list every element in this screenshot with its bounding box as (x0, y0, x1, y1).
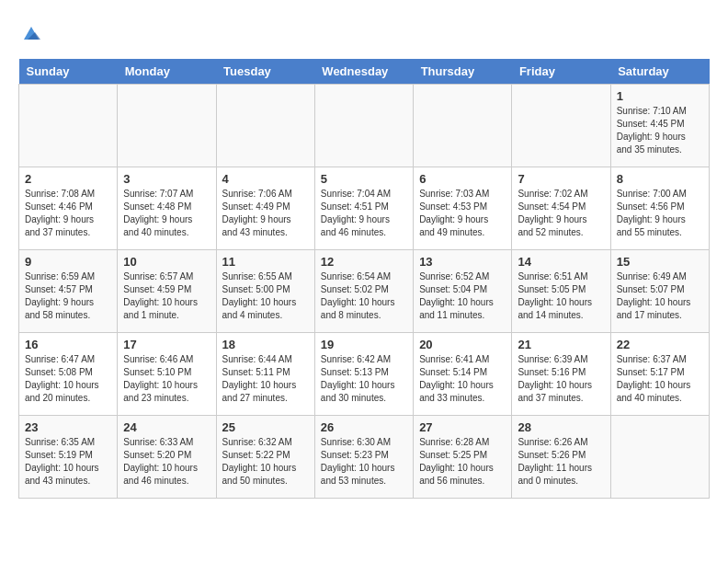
calendar-cell: 14Sunrise: 6:51 AMSunset: 5:05 PMDayligh… (512, 250, 610, 333)
day-info: Sunrise: 7:02 AMSunset: 4:54 PMDaylight:… (518, 188, 604, 239)
calendar-cell: 22Sunrise: 6:37 AMSunset: 5:17 PMDayligh… (610, 333, 709, 416)
day-number: 22 (617, 338, 703, 351)
day-info: Sunrise: 6:52 AMSunset: 5:04 PMDaylight:… (419, 270, 506, 322)
calendar-cell: 9Sunrise: 6:59 AMSunset: 4:57 PMDaylight… (19, 250, 118, 333)
calendar-cell: 3Sunrise: 7:07 AMSunset: 4:48 PMDaylight… (118, 167, 216, 250)
day-info: Sunrise: 6:42 AMSunset: 5:13 PMDaylight:… (321, 353, 407, 405)
day-info: Sunrise: 7:00 AMSunset: 4:56 PMDaylight:… (617, 188, 703, 239)
day-info: Sunrise: 6:59 AMSunset: 4:57 PMDaylight:… (25, 270, 111, 322)
calendar-table: SundayMondayTuesdayWednesdayThursdayFrid… (18, 59, 710, 499)
calendar-week-2: 2Sunrise: 7:08 AMSunset: 4:46 PMDaylight… (19, 167, 710, 250)
day-number: 23 (25, 420, 111, 434)
day-number: 20 (419, 338, 506, 351)
day-number: 6 (419, 172, 506, 186)
logo (18, 23, 42, 50)
day-info: Sunrise: 7:03 AMSunset: 4:53 PMDaylight:… (419, 188, 506, 239)
day-info: Sunrise: 6:54 AMSunset: 5:02 PMDaylight:… (321, 270, 407, 322)
calendar-cell: 26Sunrise: 6:30 AMSunset: 5:23 PMDayligh… (314, 416, 413, 499)
calendar-cell: 12Sunrise: 6:54 AMSunset: 5:02 PMDayligh… (314, 250, 413, 333)
weekday-monday: Monday (118, 59, 216, 85)
day-info: Sunrise: 6:49 AMSunset: 5:07 PMDaylight:… (617, 270, 703, 322)
day-number: 15 (617, 255, 703, 269)
calendar-cell: 19Sunrise: 6:42 AMSunset: 5:13 PMDayligh… (314, 333, 413, 416)
day-number: 16 (25, 338, 111, 351)
calendar-cell: 15Sunrise: 6:49 AMSunset: 5:07 PMDayligh… (610, 250, 709, 333)
day-info: Sunrise: 6:28 AMSunset: 5:25 PMDaylight:… (419, 436, 506, 488)
calendar-cell: 8Sunrise: 7:00 AMSunset: 4:56 PMDaylight… (610, 167, 709, 250)
calendar-cell (610, 416, 709, 499)
day-number: 7 (518, 172, 604, 186)
calendar-header: SundayMondayTuesdayWednesdayThursdayFrid… (19, 59, 710, 85)
day-number: 14 (518, 255, 604, 269)
logo-icon (20, 23, 42, 45)
day-info: Sunrise: 7:10 AMSunset: 4:45 PMDaylight:… (617, 105, 703, 156)
weekday-friday: Friday (512, 59, 610, 85)
day-number: 5 (321, 172, 407, 186)
calendar-cell: 6Sunrise: 7:03 AMSunset: 4:53 PMDaylight… (414, 167, 512, 250)
day-info: Sunrise: 6:55 AMSunset: 5:00 PMDaylight:… (222, 270, 309, 322)
day-info: Sunrise: 7:08 AMSunset: 4:46 PMDaylight:… (25, 188, 111, 239)
day-number: 3 (123, 172, 210, 186)
day-info: Sunrise: 6:39 AMSunset: 5:16 PMDaylight:… (518, 353, 604, 405)
calendar-cell (512, 85, 610, 167)
day-number: 25 (222, 420, 309, 434)
calendar-cell: 21Sunrise: 6:39 AMSunset: 5:16 PMDayligh… (512, 333, 610, 416)
calendar-week-4: 16Sunrise: 6:47 AMSunset: 5:08 PMDayligh… (19, 333, 710, 416)
calendar-cell: 24Sunrise: 6:33 AMSunset: 5:20 PMDayligh… (118, 416, 216, 499)
day-info: Sunrise: 6:33 AMSunset: 5:20 PMDaylight:… (123, 436, 210, 488)
day-info: Sunrise: 6:26 AMSunset: 5:26 PMDaylight:… (518, 436, 604, 488)
weekday-tuesday: Tuesday (216, 59, 314, 85)
day-info: Sunrise: 7:06 AMSunset: 4:49 PMDaylight:… (222, 188, 309, 239)
day-number: 18 (222, 338, 309, 351)
day-number: 9 (25, 255, 111, 269)
calendar-cell (118, 85, 216, 167)
calendar-cell: 25Sunrise: 6:32 AMSunset: 5:22 PMDayligh… (216, 416, 314, 499)
day-info: Sunrise: 6:41 AMSunset: 5:14 PMDaylight:… (419, 353, 506, 405)
calendar-cell: 13Sunrise: 6:52 AMSunset: 5:04 PMDayligh… (414, 250, 512, 333)
day-number: 19 (321, 338, 407, 351)
calendar-cell: 28Sunrise: 6:26 AMSunset: 5:26 PMDayligh… (512, 416, 610, 499)
day-number: 21 (518, 338, 604, 351)
calendar-cell: 10Sunrise: 6:57 AMSunset: 4:59 PMDayligh… (118, 250, 216, 333)
calendar-cell: 27Sunrise: 6:28 AMSunset: 5:25 PMDayligh… (414, 416, 512, 499)
day-number: 13 (419, 255, 506, 269)
calendar-cell (19, 85, 118, 167)
day-info: Sunrise: 6:30 AMSunset: 5:23 PMDaylight:… (321, 436, 407, 488)
weekday-thursday: Thursday (414, 59, 512, 85)
weekday-header-row: SundayMondayTuesdayWednesdayThursdayFrid… (19, 59, 710, 85)
day-number: 10 (123, 255, 210, 269)
day-number: 26 (321, 420, 407, 434)
day-number: 2 (25, 172, 111, 186)
day-number: 12 (321, 255, 407, 269)
day-number: 17 (123, 338, 210, 351)
day-info: Sunrise: 6:35 AMSunset: 5:19 PMDaylight:… (25, 436, 111, 488)
calendar-cell: 7Sunrise: 7:02 AMSunset: 4:54 PMDaylight… (512, 167, 610, 250)
calendar-cell: 17Sunrise: 6:46 AMSunset: 5:10 PMDayligh… (118, 333, 216, 416)
day-number: 4 (222, 172, 309, 186)
calendar-cell (414, 85, 512, 167)
day-info: Sunrise: 6:44 AMSunset: 5:11 PMDaylight:… (222, 353, 309, 405)
calendar-cell: 18Sunrise: 6:44 AMSunset: 5:11 PMDayligh… (216, 333, 314, 416)
calendar-week-5: 23Sunrise: 6:35 AMSunset: 5:19 PMDayligh… (19, 416, 710, 499)
day-number: 11 (222, 255, 309, 269)
weekday-wednesday: Wednesday (314, 59, 413, 85)
calendar-body: 1Sunrise: 7:10 AMSunset: 4:45 PMDaylight… (19, 85, 710, 499)
calendar-cell (314, 85, 413, 167)
calendar-cell: 16Sunrise: 6:47 AMSunset: 5:08 PMDayligh… (19, 333, 118, 416)
calendar-cell: 4Sunrise: 7:06 AMSunset: 4:49 PMDaylight… (216, 167, 314, 250)
day-number: 28 (518, 420, 604, 434)
calendar-week-1: 1Sunrise: 7:10 AMSunset: 4:45 PMDaylight… (19, 85, 710, 167)
day-info: Sunrise: 6:51 AMSunset: 5:05 PMDaylight:… (518, 270, 604, 322)
day-info: Sunrise: 7:04 AMSunset: 4:51 PMDaylight:… (321, 188, 407, 239)
calendar-cell: 23Sunrise: 6:35 AMSunset: 5:19 PMDayligh… (19, 416, 118, 499)
day-info: Sunrise: 6:57 AMSunset: 4:59 PMDaylight:… (123, 270, 210, 322)
day-info: Sunrise: 6:37 AMSunset: 5:17 PMDaylight:… (617, 353, 703, 405)
calendar-week-3: 9Sunrise: 6:59 AMSunset: 4:57 PMDaylight… (19, 250, 710, 333)
calendar-cell (216, 85, 314, 167)
calendar-cell: 20Sunrise: 6:41 AMSunset: 5:14 PMDayligh… (414, 333, 512, 416)
day-number: 8 (617, 172, 703, 186)
day-number: 24 (123, 420, 210, 434)
day-info: Sunrise: 6:47 AMSunset: 5:08 PMDaylight:… (25, 353, 111, 405)
day-number: 27 (419, 420, 506, 434)
day-info: Sunrise: 6:32 AMSunset: 5:22 PMDaylight:… (222, 436, 309, 488)
